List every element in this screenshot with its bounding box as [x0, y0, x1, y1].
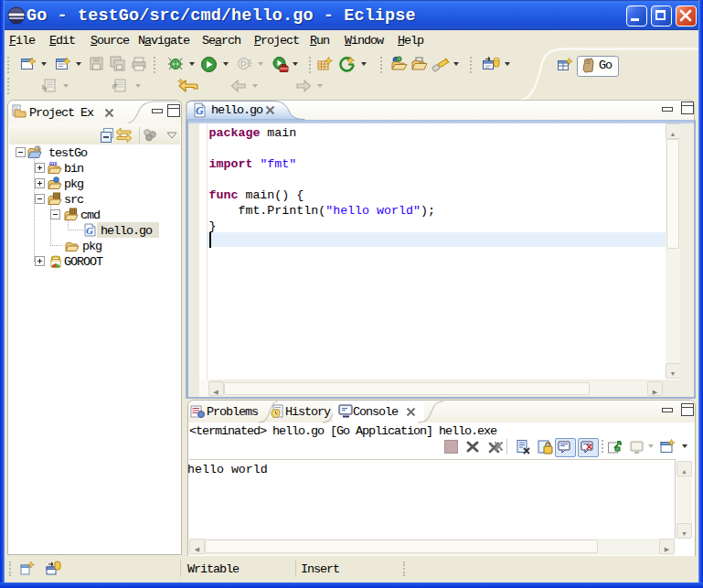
svg-text:010: 010: [49, 161, 58, 166]
svg-text:G: G: [196, 104, 204, 117]
svg-text:G: G: [86, 225, 93, 236]
